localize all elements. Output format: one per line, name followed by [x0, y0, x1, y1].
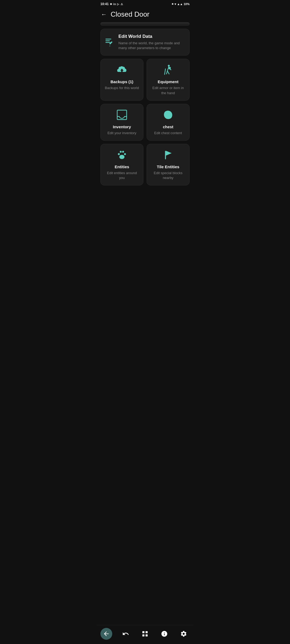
svg-marker-23 [166, 151, 172, 156]
chest-desc: Edit chest content [154, 131, 182, 136]
svg-point-21 [119, 155, 124, 159]
equipment-card[interactable]: Equipment Edit armor or item in the hand [147, 59, 190, 100]
chest-card[interactable]: chest Edit chest content [147, 104, 190, 141]
svg-rect-22 [165, 151, 166, 159]
svg-point-18 [122, 151, 124, 153]
header: ← Closed Door [97, 8, 193, 22]
svg-line-12 [165, 69, 166, 75]
equipment-icon [162, 64, 174, 77]
status-icons: ❄ in ▷ ⚠ [110, 3, 123, 6]
status-bar: 10:41 ❄ in ▷ ⚠ ⁕ ▾ ▲▲ 10% [97, 0, 193, 8]
tile-entities-title: Tile Entities [157, 164, 179, 169]
edit-world-data-card[interactable]: Edit World Data Name of the world, the g… [100, 29, 190, 56]
scroll-hint [100, 22, 190, 25]
backups-icon [116, 64, 128, 77]
edit-world-data-desc: Name of the world, the game mode and man… [118, 41, 185, 50]
entities-desc: Edit entities around you [104, 171, 140, 180]
backups-card[interactable]: Backups (1) Backups for this world [100, 59, 143, 100]
svg-line-9 [167, 71, 169, 74]
page-title: Closed Door [111, 10, 150, 19]
content-area: Edit World Data Name of the world, the g… [97, 29, 193, 189]
svg-rect-0 [106, 39, 111, 39]
svg-point-19 [118, 153, 120, 155]
tile-entities-icon [162, 149, 174, 162]
tile-entities-card[interactable]: Tile Entities Edit special blocks nearby [147, 144, 190, 185]
row-backups-equipment: Backups (1) Backups for this world [100, 59, 190, 100]
inventory-title: Inventory [113, 125, 131, 129]
entities-card[interactable]: Entities Edit entities around you [100, 144, 143, 185]
backups-desc: Backups for this world [105, 86, 139, 90]
status-right: ⁕ ▾ ▲▲ 10% [171, 2, 190, 6]
svg-point-20 [124, 153, 126, 155]
svg-rect-3 [109, 41, 113, 45]
row-inventory-chest: Inventory Edit your inventory chest Edit… [100, 104, 190, 141]
inventory-card[interactable]: Inventory Edit your inventory [100, 104, 143, 141]
inventory-desc: Edit your inventory [107, 131, 136, 136]
entities-icon [116, 149, 128, 162]
edit-world-data-text: Edit World Data Name of the world, the g… [118, 34, 185, 50]
svg-line-8 [166, 71, 168, 74]
edit-world-data-title: Edit World Data [118, 34, 185, 39]
inventory-icon [116, 109, 128, 122]
bluetooth-icon: ⁕ [171, 2, 174, 6]
signal-icon: ▲▲ [177, 2, 183, 6]
battery-display: 10% [184, 2, 190, 6]
row-entities-tile: Entities Edit entities around you Tile E… [100, 144, 190, 185]
chest-icon [162, 109, 174, 122]
edit-world-data-icon [105, 37, 115, 47]
back-button[interactable]: ← [101, 11, 107, 18]
tile-entities-desc: Edit special blocks nearby [150, 171, 186, 180]
svg-line-7 [167, 67, 169, 71]
svg-marker-4 [109, 46, 110, 47]
svg-rect-1 [106, 41, 110, 41]
svg-point-17 [120, 151, 122, 153]
status-time: 10:41 ❄ in ▷ ⚠ [100, 2, 123, 6]
chest-title: chest [163, 125, 173, 129]
backups-title: Backups (1) [110, 79, 133, 84]
svg-rect-11 [169, 67, 171, 69]
wifi-icon: ▾ [175, 2, 176, 6]
entities-title: Entities [115, 164, 129, 169]
svg-point-16 [167, 114, 169, 115]
time-display: 10:41 [100, 2, 109, 6]
svg-rect-2 [106, 42, 110, 43]
svg-point-6 [168, 65, 170, 67]
equipment-desc: Edit armor or item in the hand [150, 86, 186, 95]
equipment-title: Equipment [158, 79, 179, 84]
